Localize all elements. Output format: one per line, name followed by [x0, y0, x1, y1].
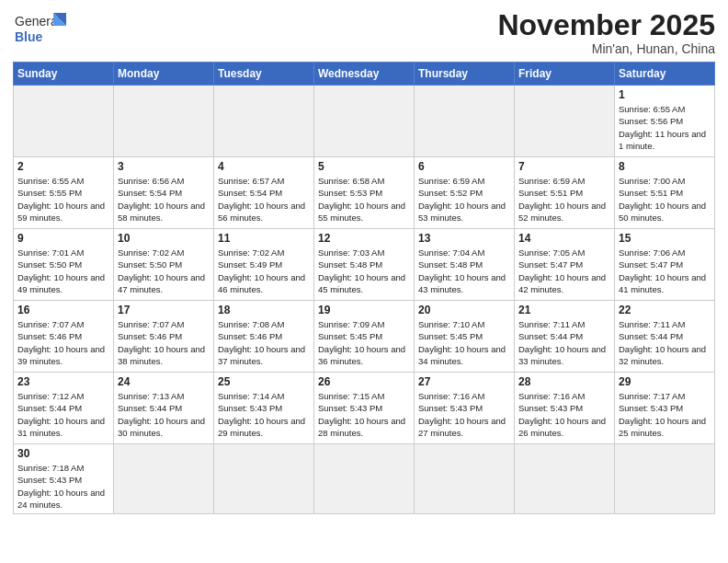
day-info: Sunrise: 7:18 AM Sunset: 5:43 PM Dayligh… [17, 462, 109, 511]
day-number: 5 [318, 160, 410, 173]
day-info: Sunrise: 7:02 AM Sunset: 5:50 PM Dayligh… [118, 247, 210, 295]
logo-icon: GeneralBlue [13, 9, 68, 46]
day-info: Sunrise: 7:11 AM Sunset: 5:44 PM Dayligh… [619, 318, 711, 367]
day-number: 8 [619, 160, 711, 173]
calendar-page: GeneralBlue November 2025 Min'an, Hunan,… [0, 0, 728, 563]
day-number: 21 [518, 304, 610, 316]
day-info: Sunrise: 7:08 AM Sunset: 5:46 PM Dayligh… [218, 318, 310, 367]
day-info: Sunrise: 7:17 AM Sunset: 5:43 PM Dayligh… [619, 390, 711, 439]
day-info: Sunrise: 7:16 AM Sunset: 5:43 PM Dayligh… [418, 390, 510, 439]
day-number: 14 [518, 232, 610, 245]
table-row: 14Sunrise: 7:05 AM Sunset: 5:47 PM Dayli… [515, 229, 615, 301]
table-row [214, 86, 314, 157]
table-row: 15Sunrise: 7:06 AM Sunset: 5:47 PM Dayli… [615, 229, 715, 301]
table-row [14, 86, 114, 157]
day-info: Sunrise: 7:01 AM Sunset: 5:50 PM Dayligh… [17, 247, 109, 295]
day-info: Sunrise: 7:16 AM Sunset: 5:43 PM Dayligh… [518, 390, 610, 439]
day-info: Sunrise: 7:05 AM Sunset: 5:47 PM Dayligh… [518, 247, 610, 295]
table-row: 2Sunrise: 6:55 AM Sunset: 5:55 PM Daylig… [14, 157, 114, 229]
month-title: November 2025 [497, 9, 715, 41]
day-info: Sunrise: 7:03 AM Sunset: 5:48 PM Dayligh… [318, 247, 410, 295]
day-info: Sunrise: 7:07 AM Sunset: 5:46 PM Dayligh… [118, 318, 210, 367]
col-saturday: Saturday [615, 63, 715, 86]
day-number: 2 [17, 160, 109, 173]
table-row [515, 444, 615, 514]
day-info: Sunrise: 7:13 AM Sunset: 5:44 PM Dayligh… [118, 390, 210, 439]
header: GeneralBlue November 2025 Min'an, Hunan,… [13, 9, 715, 56]
table-row: 7Sunrise: 6:59 AM Sunset: 5:51 PM Daylig… [515, 157, 615, 229]
table-row [615, 444, 715, 514]
day-number: 1 [619, 88, 711, 101]
day-number: 18 [218, 304, 310, 316]
col-tuesday: Tuesday [214, 63, 314, 86]
table-row: 20Sunrise: 7:10 AM Sunset: 5:45 PM Dayli… [415, 301, 515, 373]
col-monday: Monday [114, 63, 214, 86]
day-number: 22 [619, 304, 711, 316]
day-number: 7 [518, 160, 610, 173]
day-number: 12 [318, 232, 410, 245]
table-row: 17Sunrise: 7:07 AM Sunset: 5:46 PM Dayli… [114, 301, 214, 373]
table-row [415, 86, 515, 157]
day-number: 4 [218, 160, 310, 173]
day-info: Sunrise: 7:15 AM Sunset: 5:43 PM Dayligh… [318, 390, 410, 439]
day-number: 20 [418, 304, 510, 316]
day-info: Sunrise: 7:11 AM Sunset: 5:44 PM Dayligh… [518, 318, 610, 367]
table-row [114, 444, 214, 514]
table-row [114, 86, 214, 157]
table-row: 23Sunrise: 7:12 AM Sunset: 5:44 PM Dayli… [14, 373, 114, 444]
day-info: Sunrise: 7:14 AM Sunset: 5:43 PM Dayligh… [218, 390, 310, 439]
day-number: 25 [218, 375, 310, 388]
day-number: 6 [418, 160, 510, 173]
table-row: 1Sunrise: 6:55 AM Sunset: 5:56 PM Daylig… [615, 86, 715, 157]
col-wednesday: Wednesday [314, 63, 415, 86]
day-number: 27 [418, 375, 510, 388]
day-info: Sunrise: 6:59 AM Sunset: 5:52 PM Dayligh… [418, 175, 510, 224]
table-row [214, 444, 314, 514]
table-row: 11Sunrise: 7:02 AM Sunset: 5:49 PM Dayli… [214, 229, 314, 301]
day-info: Sunrise: 6:57 AM Sunset: 5:54 PM Dayligh… [218, 175, 310, 224]
table-row: 8Sunrise: 7:00 AM Sunset: 5:51 PM Daylig… [615, 157, 715, 229]
table-row: 16Sunrise: 7:07 AM Sunset: 5:46 PM Dayli… [14, 301, 114, 373]
table-row: 24Sunrise: 7:13 AM Sunset: 5:44 PM Dayli… [114, 373, 214, 444]
day-info: Sunrise: 7:06 AM Sunset: 5:47 PM Dayligh… [619, 247, 711, 295]
table-row: 12Sunrise: 7:03 AM Sunset: 5:48 PM Dayli… [314, 229, 415, 301]
day-number: 9 [17, 232, 109, 245]
table-row: 21Sunrise: 7:11 AM Sunset: 5:44 PM Dayli… [515, 301, 615, 373]
location: Min'an, Hunan, China [497, 41, 715, 56]
col-sunday: Sunday [14, 63, 114, 86]
day-number: 16 [17, 304, 109, 316]
day-number: 19 [318, 304, 410, 316]
day-number: 24 [118, 375, 210, 388]
day-number: 15 [619, 232, 711, 245]
col-friday: Friday [515, 63, 615, 86]
table-row: 19Sunrise: 7:09 AM Sunset: 5:45 PM Dayli… [314, 301, 415, 373]
table-row: 9Sunrise: 7:01 AM Sunset: 5:50 PM Daylig… [14, 229, 114, 301]
table-row: 18Sunrise: 7:08 AM Sunset: 5:46 PM Dayli… [214, 301, 314, 373]
logo: GeneralBlue [13, 9, 68, 46]
table-row: 5Sunrise: 6:58 AM Sunset: 5:53 PM Daylig… [314, 157, 415, 229]
day-info: Sunrise: 7:00 AM Sunset: 5:51 PM Dayligh… [619, 175, 711, 224]
table-row: 22Sunrise: 7:11 AM Sunset: 5:44 PM Dayli… [615, 301, 715, 373]
table-row [314, 86, 415, 157]
day-info: Sunrise: 6:55 AM Sunset: 5:56 PM Dayligh… [619, 103, 711, 152]
table-row: 13Sunrise: 7:04 AM Sunset: 5:48 PM Dayli… [415, 229, 515, 301]
day-info: Sunrise: 7:10 AM Sunset: 5:45 PM Dayligh… [418, 318, 510, 367]
day-number: 23 [17, 375, 109, 388]
day-info: Sunrise: 7:09 AM Sunset: 5:45 PM Dayligh… [318, 318, 410, 367]
day-number: 13 [418, 232, 510, 245]
table-row [515, 86, 615, 157]
table-row: 27Sunrise: 7:16 AM Sunset: 5:43 PM Dayli… [415, 373, 515, 444]
table-row: 25Sunrise: 7:14 AM Sunset: 5:43 PM Dayli… [214, 373, 314, 444]
day-info: Sunrise: 7:04 AM Sunset: 5:48 PM Dayligh… [418, 247, 510, 295]
day-number: 29 [619, 375, 711, 388]
table-row: 10Sunrise: 7:02 AM Sunset: 5:50 PM Dayli… [114, 229, 214, 301]
table-row [415, 444, 515, 514]
table-row: 30Sunrise: 7:18 AM Sunset: 5:43 PM Dayli… [14, 444, 114, 514]
day-number: 26 [318, 375, 410, 388]
day-number: 10 [118, 232, 210, 245]
col-thursday: Thursday [415, 63, 515, 86]
day-info: Sunrise: 7:07 AM Sunset: 5:46 PM Dayligh… [17, 318, 109, 367]
calendar-table: Sunday Monday Tuesday Wednesday Thursday… [13, 62, 715, 514]
day-info: Sunrise: 6:56 AM Sunset: 5:54 PM Dayligh… [118, 175, 210, 224]
table-row [314, 444, 415, 514]
